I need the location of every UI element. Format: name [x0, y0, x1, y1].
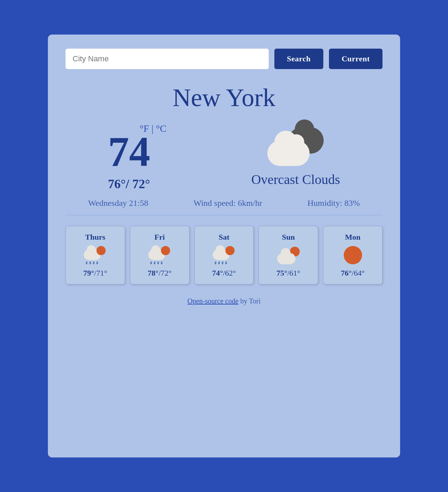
rain-cloud-icon [213, 246, 235, 264]
footer-by: by Tori [240, 297, 261, 305]
city-name-input[interactable] [66, 49, 269, 69]
high-low: 76°/ 72° [108, 177, 150, 191]
forecast-card-sat: Sat 74°/62° [194, 226, 254, 284]
condition-text: Overcast Clouds [251, 172, 340, 187]
forecast-temps: 75°/61° [276, 269, 300, 278]
search-button[interactable]: Search [274, 49, 323, 69]
weather-card: Search Current New York °F | °C 74 76°/ … [48, 35, 400, 457]
forecast-day: Sat [219, 233, 230, 242]
city-name-display: New York [66, 83, 382, 112]
open-source-link[interactable]: Open-source code [187, 297, 238, 305]
partly-cloudy-icon [277, 246, 300, 264]
header-row: Search Current [66, 49, 382, 69]
wind-speed: Wind speed: 6km/hr [194, 198, 262, 208]
forecast-day: Thurs [85, 233, 105, 242]
humidity: Humidity: 83% [307, 198, 360, 208]
forecast-row: Thurs 79°/71° Fri [66, 226, 382, 284]
forecast-card-mon: Mon 76°/64° [323, 226, 382, 284]
datetime: Wednesday 21:58 [88, 198, 148, 208]
temperature-section: °F | °C 74 76°/ 72° [108, 123, 166, 191]
forecast-card-fri: Fri 78°/72° [130, 226, 189, 284]
weather-right: Overcast Clouds [251, 127, 340, 187]
sun-icon [344, 246, 362, 264]
forecast-card-thurs: Thurs 79°/71° [66, 226, 125, 284]
forecast-day: Mon [345, 233, 361, 242]
weather-main: °F | °C 74 76°/ 72° Overcast Clouds [66, 123, 382, 191]
footer: Open-source code by Tori [66, 297, 382, 305]
forecast-temps: 78°/72° [148, 269, 172, 278]
temperature-value: 74 [108, 131, 150, 173]
forecast-card-sun: Sun 75°/61° [259, 226, 318, 284]
forecast-temps: 79°/71° [83, 269, 107, 278]
divider [66, 215, 382, 215]
forecast-temps: 74°/62° [212, 269, 236, 278]
forecast-temps: 76°/64° [341, 269, 365, 278]
forecast-day: Fri [155, 233, 165, 242]
rain-cloud-icon [84, 246, 106, 264]
overcast-cloud-icon [267, 127, 324, 166]
current-button[interactable]: Current [329, 49, 382, 69]
app-container: Search Current New York °F | °C 74 76°/ … [37, 17, 411, 475]
rain-cloud-icon [148, 246, 171, 264]
forecast-day: Sun [282, 233, 295, 242]
info-row: Wednesday 21:58 Wind speed: 6km/hr Humid… [66, 198, 382, 208]
